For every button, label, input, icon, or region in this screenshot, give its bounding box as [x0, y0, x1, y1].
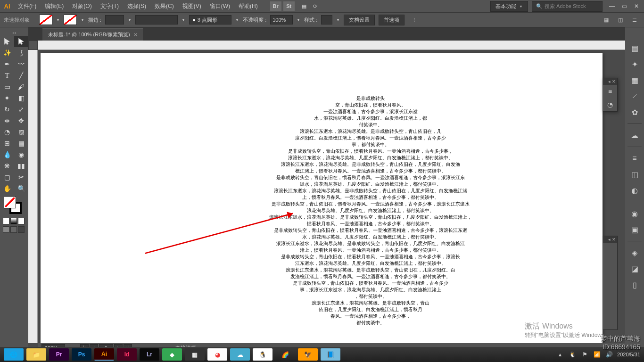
- taskbar-app5-icon[interactable]: 🦅: [298, 348, 318, 361]
- chevron-down-icon[interactable]: ▾: [336, 18, 340, 22]
- taskbar-illustrator-icon[interactable]: Ai: [94, 348, 114, 361]
- tray-volume-icon[interactable]: 🔊: [605, 350, 613, 359]
- preferences-button[interactable]: 首选项: [379, 15, 405, 25]
- taskbar-indesign-icon[interactable]: Id: [117, 348, 137, 361]
- menu-effect[interactable]: 效果(C): [151, 0, 178, 12]
- color-mode-solid[interactable]: [3, 218, 9, 224]
- eyedropper-tool[interactable]: 💧: [0, 149, 14, 160]
- menu-help[interactable]: 帮助(H): [235, 0, 262, 12]
- zoom-tool[interactable]: 🔍: [14, 183, 28, 194]
- chevron-down-icon[interactable]: ▾: [297, 18, 300, 22]
- chevron-down-icon[interactable]: ▾: [235, 18, 239, 22]
- symbol-sprayer-tool[interactable]: ❋: [0, 160, 14, 172]
- floating-panel[interactable]: ◂ ✕ ≡ ◔: [603, 78, 618, 112]
- scale-tool[interactable]: ⤢: [14, 104, 28, 115]
- taskbar-app6-icon[interactable]: 📘: [321, 348, 340, 361]
- graphic-style[interactable]: [321, 15, 332, 25]
- document-tab[interactable]: 未标题-1* @ 100% (RGB/像素预览) ×: [42, 28, 143, 41]
- artboard-tool[interactable]: ▢: [0, 172, 14, 183]
- stroke-swatch[interactable]: [64, 15, 77, 25]
- color-mode-none[interactable]: [18, 218, 25, 224]
- perspective-grid-tool[interactable]: ▨: [14, 126, 28, 138]
- shape-builder-tool[interactable]: ◔: [0, 126, 14, 138]
- workspace-switcher[interactable]: 基本功能▾: [490, 1, 528, 12]
- minimize-button[interactable]: —: [606, 2, 618, 10]
- layers-panel-icon[interactable]: ◈: [628, 246, 641, 259]
- canvas[interactable]: 是非成败转头空，青山依旧在，惯看秋月春风。一壶浊酒喜相逢，古今多少事，滚滚长江东…: [38, 50, 625, 343]
- character-panel-icon[interactable]: ≡: [603, 85, 617, 98]
- align-icon[interactable]: ▦: [601, 15, 612, 25]
- libraries-floating-panel[interactable]: ◂ ✕: [603, 236, 618, 330]
- fill-stroke-control[interactable]: [0, 194, 28, 217]
- paintbrush-tool[interactable]: 🖌: [14, 81, 28, 92]
- menu-select[interactable]: 选择(S): [124, 0, 150, 12]
- appearance-panel-icon[interactable]: ◉: [628, 207, 641, 220]
- brushes-panel-icon[interactable]: ⟋: [628, 90, 641, 103]
- tray-date[interactable]: 2020/5/31: [617, 352, 640, 357]
- cc-libraries-icon[interactable]: ☁: [628, 129, 641, 142]
- pen-tool[interactable]: ✒: [0, 58, 14, 70]
- symbols-panel-icon[interactable]: ✿: [628, 106, 641, 119]
- draw-normal[interactable]: [3, 226, 9, 233]
- asset-export-panel-icon[interactable]: ◪: [628, 262, 641, 275]
- fill-swatch[interactable]: [39, 15, 52, 25]
- free-transform-tool[interactable]: ✥: [14, 115, 28, 126]
- swatches-panel-icon[interactable]: ▦: [628, 74, 641, 87]
- mesh-tool[interactable]: ⊞: [0, 138, 14, 149]
- chevron-down-icon[interactable]: ▾: [56, 18, 60, 22]
- tray-qq-icon[interactable]: 🐧: [568, 350, 577, 359]
- stroke-weight-input[interactable]: [105, 15, 124, 25]
- artboard[interactable]: 是非成败转头空，青山依旧在，惯看秋月春风。一壶浊酒喜相逢，古今多少事，滚滚长江东…: [41, 53, 603, 343]
- stroke-panel-icon[interactable]: ≡: [628, 152, 641, 165]
- chevron-down-icon[interactable]: ▾: [81, 18, 84, 22]
- tray-flag-icon[interactable]: ⚑: [580, 350, 589, 359]
- document-setup-button[interactable]: 文档设置: [344, 15, 375, 25]
- chevron-down-icon[interactable]: ▾: [182, 18, 185, 22]
- taskbar-app2-icon[interactable]: ▦: [185, 348, 205, 361]
- lasso-tool[interactable]: ⟆: [14, 47, 28, 58]
- horizontal-ruler[interactable]: [38, 41, 625, 50]
- taskbar-lightroom-icon[interactable]: Lr: [140, 348, 159, 361]
- transform-panel-icon[interactable]: ⊹: [408, 15, 420, 25]
- rotate-tool[interactable]: ↻: [0, 104, 14, 115]
- color-panel-icon[interactable]: ✦: [628, 58, 641, 71]
- curvature-tool[interactable]: 〰: [14, 58, 28, 70]
- selection-tool[interactable]: [0, 36, 14, 47]
- color-mode-gradient[interactable]: [10, 218, 17, 224]
- fill-color[interactable]: [4, 196, 16, 208]
- taskbar-app3-icon[interactable]: ◕: [207, 348, 227, 361]
- taskbar-qq-icon[interactable]: 🐧: [253, 348, 272, 361]
- menu-window[interactable]: 窗口(W): [206, 0, 234, 12]
- heart-text-object[interactable]: 是非成败转头空，青山依旧在，惯看秋月春风。一壶浊酒喜相逢，古今多少事，滚滚长江东…: [248, 95, 493, 326]
- gradient-panel-icon[interactable]: ◫: [628, 168, 641, 181]
- artboards-panel-icon[interactable]: ▯: [628, 278, 641, 291]
- panel-collapse-icon[interactable]: ◂ ✕: [603, 78, 617, 85]
- panel-menu-icon[interactable]: ☰: [629, 15, 640, 25]
- taskbar-app4-icon[interactable]: ☁: [230, 348, 250, 361]
- menu-edit[interactable]: 编辑(E): [41, 0, 67, 12]
- taskbar-premiere-icon[interactable]: Pr: [49, 348, 69, 361]
- dock-handle[interactable]: ◂◂: [0, 29, 28, 36]
- maximize-button[interactable]: ▭: [619, 2, 630, 10]
- chevron-down-icon[interactable]: ▾: [128, 18, 132, 22]
- close-button[interactable]: ✕: [631, 2, 642, 10]
- stock-icon[interactable]: St: [283, 1, 295, 11]
- line-segment-tool[interactable]: ╱: [14, 70, 28, 81]
- draw-behind[interactable]: [10, 226, 17, 233]
- menu-object[interactable]: 对象(O): [68, 0, 95, 12]
- width-tool[interactable]: ⇼: [0, 115, 14, 126]
- tray-up-icon[interactable]: ▴: [556, 350, 564, 359]
- vertical-ruler[interactable]: [28, 50, 38, 343]
- hand-tool[interactable]: ✋: [0, 183, 14, 194]
- panel-collapse-icon[interactable]: ◂ ✕: [603, 236, 617, 243]
- tray-network-icon[interactable]: 📶: [593, 350, 601, 359]
- transparency-panel-icon[interactable]: ◐: [628, 184, 641, 197]
- taskbar-browser-icon[interactable]: 🌐: [4, 348, 24, 361]
- menu-view[interactable]: 视图(V): [179, 0, 205, 12]
- transform-icon[interactable]: ◫: [615, 15, 626, 25]
- gpu-icon[interactable]: ⟳: [310, 1, 321, 11]
- type-tool[interactable]: T: [0, 70, 14, 81]
- taskbar-chrome-icon[interactable]: 🌈: [275, 348, 295, 361]
- magic-wand-tool[interactable]: ✨: [0, 47, 14, 58]
- taskbar-photoshop-icon[interactable]: Ps: [72, 348, 91, 361]
